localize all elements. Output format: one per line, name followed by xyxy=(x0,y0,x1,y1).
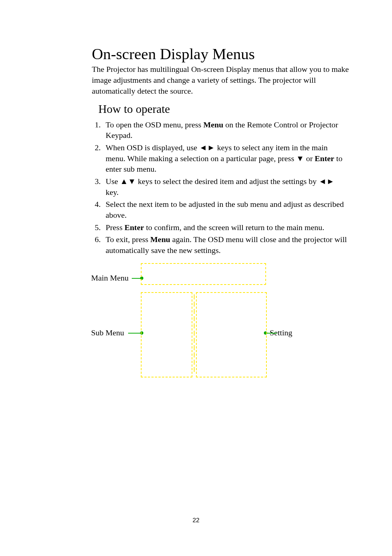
tick-icon xyxy=(194,294,195,299)
step-4: Select the next item to be adjusted in t… xyxy=(103,199,349,220)
tick-icon xyxy=(194,302,195,307)
arrow-setting xyxy=(265,333,277,334)
label-main-menu: Main Menu xyxy=(91,273,128,283)
tick-icon xyxy=(194,352,195,357)
step-6: To exit, press Menu again. The OSD menu … xyxy=(103,234,349,255)
tick-icon xyxy=(194,323,195,328)
arrow-main-menu xyxy=(132,278,142,279)
tick-icon xyxy=(194,338,195,343)
section-heading: How to operate xyxy=(98,103,349,115)
osd-diagram: Main Menu Sub Menu Setting xyxy=(92,263,349,383)
page-title: On-screen Display Menus xyxy=(92,45,349,62)
step-2-bold: Enter xyxy=(315,154,334,163)
step-2-text-a: When OSD is displayed, use ◄► keys to se… xyxy=(106,143,328,163)
page-number: 22 xyxy=(193,517,200,524)
box-setting xyxy=(196,292,267,377)
step-2: When OSD is displayed, use ◄► keys to se… xyxy=(103,142,349,175)
intro-paragraph: The Projector has multilingual On-screen… xyxy=(92,64,349,96)
step-6-bold: Menu xyxy=(150,235,170,244)
step-1-bold: Menu xyxy=(203,120,223,129)
tick-icon xyxy=(194,360,195,365)
box-main-menu xyxy=(141,263,266,285)
steps-list: To open the OSD menu, press Menu on the … xyxy=(92,119,349,256)
step-1: To open the OSD menu, press Menu on the … xyxy=(103,119,349,141)
divider-ticks xyxy=(192,294,196,372)
tick-icon xyxy=(194,331,195,336)
box-sub-menu xyxy=(141,292,192,377)
step-1-text-a: To open the OSD menu, press xyxy=(106,120,203,129)
step-5: Press Enter to confirm, and the screen w… xyxy=(103,222,349,233)
tick-icon xyxy=(194,345,195,350)
manual-page: On-screen Display Menus The Projector ha… xyxy=(0,0,392,556)
tick-icon xyxy=(194,316,195,321)
tick-icon xyxy=(194,367,195,372)
step-6-text-a: To exit, press xyxy=(106,235,150,244)
step-5-text-a: Press xyxy=(106,223,124,232)
step-3: Use ▲▼ keys to select the desired item a… xyxy=(103,176,349,197)
label-sub-menu: Sub Menu xyxy=(91,328,124,338)
step-5-bold: Enter xyxy=(124,223,144,232)
tick-icon xyxy=(194,309,195,314)
step-5-text-c: to confirm, and the screen will return t… xyxy=(144,223,324,232)
arrow-sub-menu xyxy=(128,333,142,334)
